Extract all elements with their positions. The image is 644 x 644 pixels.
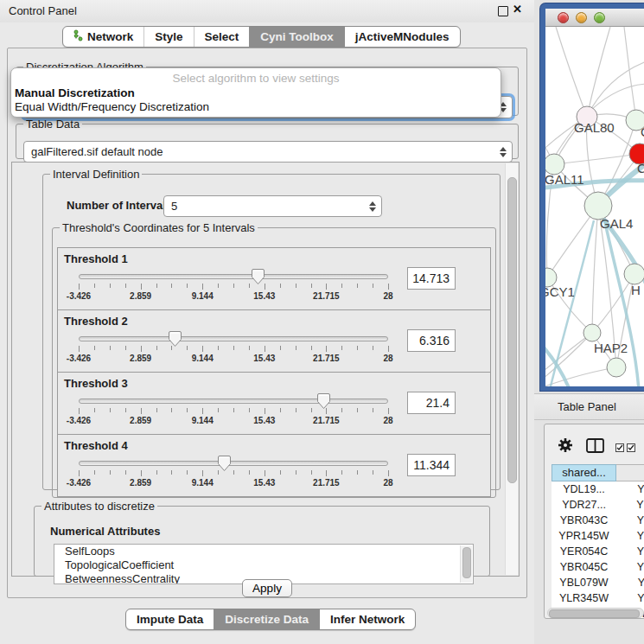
tab-cyni-toolbox[interactable]: Cyni Toolbox bbox=[249, 27, 344, 47]
threshold-slider-thumb[interactable] bbox=[251, 268, 265, 285]
slider-track[interactable] bbox=[79, 461, 388, 466]
attributes-group-title: Attributes to discretize bbox=[41, 500, 157, 513]
table-row[interactable]: YBL079WYBL0 bbox=[552, 575, 644, 590]
threshold-value-input[interactable]: 14.713 bbox=[407, 267, 456, 290]
table-row[interactable]: YLR345WYLR3 bbox=[552, 590, 644, 606]
table-cell[interactable]: YPR145W bbox=[552, 528, 616, 544]
slider-tick-label: 28 bbox=[383, 478, 392, 488]
network-node[interactable] bbox=[607, 358, 626, 377]
slider-tick bbox=[79, 408, 80, 414]
network-edge-highlighted[interactable] bbox=[545, 341, 570, 386]
window-zoom-button[interactable] bbox=[594, 12, 605, 23]
settings-scrollbar[interactable] bbox=[505, 163, 518, 575]
table-cell[interactable]: YLR345W bbox=[552, 590, 616, 606]
tab-discretize-data[interactable]: Discretize Data bbox=[214, 609, 319, 629]
select-checkbox-icon[interactable] bbox=[615, 442, 624, 455]
slider-track[interactable] bbox=[79, 336, 388, 341]
table-data-combobox[interactable]: galFiltered.sif default node bbox=[23, 141, 513, 163]
table-row[interactable]: YBR045CYBR0 bbox=[552, 559, 644, 575]
slider-track[interactable] bbox=[79, 399, 388, 404]
dropdown-option-manual-discretization[interactable]: Manual Discretization bbox=[11, 86, 501, 100]
table-cell[interactable]: YLR3 bbox=[616, 590, 644, 606]
slider-tick bbox=[218, 408, 219, 412]
network-node-h[interactable] bbox=[624, 264, 644, 284]
network-node-hap2[interactable] bbox=[583, 324, 601, 341]
column-header-shared[interactable]: shared... bbox=[552, 464, 616, 481]
table-cell[interactable]: YBR043C bbox=[552, 513, 616, 528]
table-cell[interactable]: YDR27... bbox=[552, 497, 616, 513]
threshold-slider[interactable]: -3.4262.8599.14415.4321.71528 bbox=[79, 271, 388, 309]
threshold-value-input[interactable]: 21.4 bbox=[407, 392, 456, 414]
slider-tick bbox=[373, 284, 373, 288]
table-cell[interactable]: YER054C bbox=[552, 544, 616, 559]
network-canvas[interactable]: GAL80GACGAL11GAL4GCY1HHAP2 bbox=[545, 27, 644, 386]
network-edge[interactable] bbox=[545, 367, 616, 386]
table-row[interactable]: YDR27...YDR2 bbox=[552, 497, 644, 513]
tab-network[interactable]: Network bbox=[63, 27, 143, 47]
select-checkbox-icon[interactable] bbox=[627, 442, 635, 455]
threshold-panel-threshold-3: Threshold 3-3.4262.8599.14415.4321.71528… bbox=[57, 372, 491, 435]
window-close-button[interactable] bbox=[558, 12, 569, 23]
threshold-slider-thumb[interactable] bbox=[217, 455, 232, 472]
slider-tick bbox=[156, 408, 157, 412]
table-row[interactable]: YDL19...YDL1 bbox=[552, 481, 644, 497]
attribute-item-topologicalcoefficient[interactable]: TopologicalCoefficient bbox=[54, 558, 473, 572]
scrollbar-thumb[interactable] bbox=[549, 609, 640, 618]
network-edge[interactable] bbox=[545, 333, 592, 374]
table-data-group-title: Table Data bbox=[23, 118, 82, 131]
table-cell[interactable]: YPR1 bbox=[616, 528, 644, 544]
split-columns-icon[interactable] bbox=[586, 438, 604, 456]
threshold-value-input[interactable]: 6.316 bbox=[407, 329, 456, 352]
slider-tick bbox=[373, 470, 373, 475]
threshold-slider[interactable]: -3.4262.8599.14415.4321.71528 bbox=[79, 333, 388, 371]
tab-label: Select bbox=[205, 30, 239, 43]
table-cell[interactable]: YBL0 bbox=[616, 575, 644, 590]
threshold-slider[interactable]: -3.4262.8599.14415.4321.71528 bbox=[79, 457, 388, 495]
table-cell[interactable]: YDL1 bbox=[616, 481, 644, 497]
threshold-value-input[interactable]: 11.344 bbox=[407, 454, 456, 476]
table-cell[interactable]: YBR0 bbox=[616, 559, 644, 575]
table-cell[interactable]: YBR045C bbox=[552, 559, 616, 575]
threshold-slider[interactable]: -3.4262.8599.14415.4321.71528 bbox=[79, 395, 388, 433]
column-header-na[interactable]: na bbox=[616, 464, 644, 481]
network-edge[interactable] bbox=[556, 27, 587, 117]
table-row[interactable]: YPR145WYPR1 bbox=[552, 528, 644, 544]
network-edge[interactable] bbox=[554, 154, 640, 164]
table-cell[interactable]: YBL079W bbox=[552, 575, 616, 590]
tab-impute-data[interactable]: Impute Data bbox=[126, 609, 214, 629]
tab-select[interactable]: Select bbox=[194, 27, 250, 47]
slider-tick bbox=[357, 284, 358, 288]
slider-tick bbox=[326, 346, 327, 352]
table-row[interactable]: YBR043CYBR0 bbox=[552, 513, 644, 528]
window-minimize-button[interactable] bbox=[576, 12, 587, 23]
slider-track[interactable] bbox=[79, 274, 388, 279]
tab-style[interactable]: Style bbox=[143, 27, 193, 47]
slider-tick bbox=[341, 408, 342, 412]
network-edge[interactable] bbox=[587, 61, 644, 117]
table-h-scrollbar[interactable] bbox=[547, 608, 644, 618]
threshold-slider-thumb[interactable] bbox=[316, 392, 331, 410]
slider-tick bbox=[311, 408, 312, 412]
slider-tick bbox=[233, 346, 234, 350]
scrollbar-thumb[interactable] bbox=[507, 177, 517, 483]
threshold-slider-thumb[interactable] bbox=[168, 330, 182, 348]
gear-icon[interactable] bbox=[558, 437, 573, 456]
slider-tick bbox=[125, 470, 126, 475]
table-cell[interactable]: YBR0 bbox=[616, 513, 644, 528]
slider-tick bbox=[265, 470, 265, 476]
intervals-combobox[interactable]: 5 bbox=[163, 195, 382, 217]
tab-jactivemnodules[interactable]: jActiveMNodules bbox=[344, 27, 460, 47]
close-icon[interactable]: ✕ bbox=[513, 3, 522, 16]
table-cell[interactable]: YDL19... bbox=[552, 481, 616, 497]
apply-button[interactable]: Apply bbox=[242, 579, 292, 597]
numerical-attributes-list[interactable]: SelfLoopsTopologicalCoefficientBetweenne… bbox=[54, 544, 474, 584]
network-edge[interactable] bbox=[624, 27, 636, 120]
attribute-item-selfloops[interactable]: SelfLoops bbox=[54, 545, 473, 558]
table-cell[interactable]: YDR2 bbox=[616, 497, 644, 513]
float-window-icon[interactable] bbox=[498, 6, 508, 16]
tab-infer-network[interactable]: Infer Network bbox=[319, 609, 415, 629]
dropdown-option-equal-width-frequency[interactable]: Equal Width/Frequency Discretization bbox=[11, 100, 501, 114]
table-row[interactable]: YER054CYER0 bbox=[552, 544, 644, 559]
table-cell[interactable]: YER0 bbox=[616, 544, 644, 559]
list-scrollbar[interactable] bbox=[460, 545, 472, 583]
